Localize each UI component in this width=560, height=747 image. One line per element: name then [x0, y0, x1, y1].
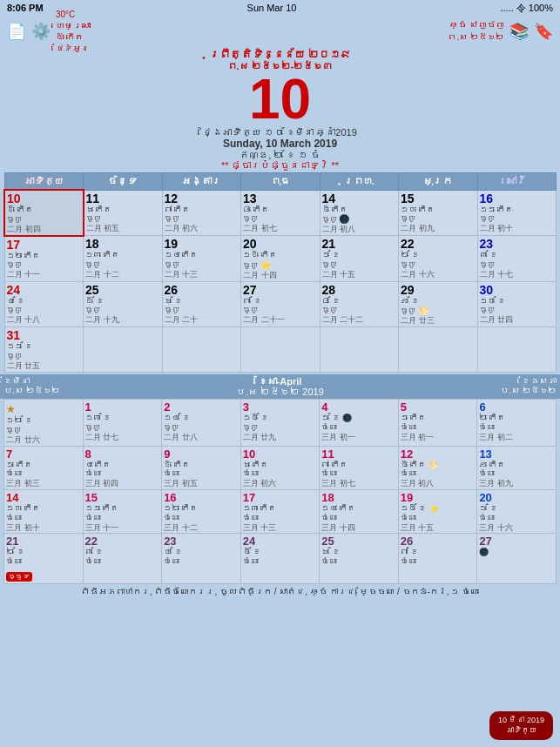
april-khmer1: ៧ ខែ	[401, 548, 476, 557]
calendar-cell[interactable]: 12 ៧ កើត ចូលូ 二月 初六	[162, 190, 241, 236]
settings-icon[interactable]: ⚙️	[31, 22, 51, 41]
april-day-number: 7	[6, 448, 81, 461]
khmer-date-line2: ចូលូ	[85, 260, 160, 270]
calendar-cell[interactable]: 27 ៧ ខែ ចូលូ 二月 二十一	[241, 281, 320, 327]
calendar-cell[interactable]: 23 ៤ ខែ ចំណេះ	[162, 534, 241, 584]
calendar-cell[interactable]: 16 ១២ កើត ចំណេះ 三月 十二	[162, 490, 241, 534]
april-lunar: 三月 初四	[85, 479, 160, 488]
calendar-cell[interactable]: 19 ១៥ ខែ ⭐ ចំណេះ 三月 十五	[398, 490, 477, 534]
april-day-number: 11	[321, 448, 396, 461]
empty-cell	[84, 327, 163, 373]
calendar-cell[interactable]: 20 ១៥ កើត ចូលូ ⭐ 二月 十四	[241, 236, 320, 282]
books-icon[interactable]: 📚	[509, 22, 529, 41]
calendar-cell[interactable]: 7 ១ កើត ចំណេះ 三月 初三	[4, 446, 84, 489]
april-lunar: 三月 初八	[401, 479, 476, 488]
calendar-cell[interactable]: 16 ១១ កើត ចូលូ 二月 初十	[477, 190, 557, 236]
calendar-cell[interactable]: 19 ១៤ កើត ចូលូ 二月 十三	[162, 236, 241, 282]
calendar-cell[interactable]: 24 ៥ ខែ ចំណេះ	[240, 534, 320, 584]
lunar-date: 二月 十八	[7, 315, 82, 325]
calendar-cell[interactable]: 6 ២ កើត ចំណេះ 三月 初二	[477, 400, 557, 446]
khmer-date-line2: ចូលូ	[480, 260, 555, 270]
day-number: 12	[165, 192, 240, 205]
khmer-date-line1: ៧ កើត	[165, 205, 240, 215]
calendar-cell[interactable]: 10 ៥ កើត ចូលូ 二月 初四	[4, 190, 84, 236]
calendar-cell[interactable]: 26 ៧ ខែ ចំណេះ	[398, 534, 477, 584]
april-lunar: 三月 初五	[164, 479, 239, 488]
april-day-number: 23	[164, 535, 239, 548]
day-number: 27	[243, 283, 318, 297]
calendar-cell[interactable]: 15 ១០ កើត ចូលូ 二月 初九	[399, 190, 478, 236]
calendar-cell[interactable]: 29 ៩ ខែ ចូលូ 🌕 二月 廿三	[399, 281, 478, 327]
calendar-cell[interactable]: 4 ១ ខែ 🌑 ចំណេះ 三月 初一	[320, 400, 399, 446]
calendar-cell[interactable]: 8 ៤ កើត ចំណេះ 三月 初四	[83, 446, 162, 489]
calendar-cell[interactable]: 25 ៦ ខែ ចំណេះ	[320, 534, 399, 584]
april-khmer1: ៦ ខែ	[321, 548, 396, 557]
khmer-date-line2: ចូលូ	[401, 260, 476, 270]
calendar-cell[interactable]: 14 ១០ កើត ចំណេះ 三月 初十	[4, 490, 84, 534]
lunar-date: 二月 十一	[7, 270, 82, 279]
calendar-cell[interactable]: 17 ១៣ កើត ចំណេះ 三月 十三	[240, 490, 320, 534]
calendar-cell[interactable]: 1 ១៣ ខែ ចូលូ 二月 廿七	[83, 400, 162, 446]
empty-cell	[162, 327, 241, 373]
calendar-cell[interactable]: 14 ៥ កើត ចូលូ 🌑 二月 初八	[320, 190, 399, 236]
april-khmer1: ៥ ខែ	[243, 548, 318, 557]
right-text: ឆ្ចំ ស័ញ្ច័ញ ព.ស ២៥៦២	[448, 19, 504, 44]
calendar-cell[interactable]: 2 ១៤ ខែ ចូលូ 二月 廿八	[162, 400, 241, 446]
lunar-date: 二月 十五	[322, 270, 397, 279]
calendar-cell[interactable]: 23 ៣ ខែ ចូលូ 二月 十七	[477, 236, 557, 282]
april-day-number: 1	[85, 400, 160, 414]
day-number: 23	[480, 237, 555, 251]
khmer-date-line1: ៣ ខែ	[480, 251, 555, 260]
calendar-cell[interactable]: 12 ៥ កើត 🌕 ចំណេះ 三月 初八	[398, 446, 477, 489]
calendar-cell[interactable]: 22 ២ ខែ ចូលូ 二月 十六	[399, 236, 478, 282]
footer: ពិធីអភពាហ័ករ, ពិធីចំណែកររ, ចូលពិធីក្រ / …	[0, 584, 560, 599]
calendar-cell[interactable]: 11 ៦ កើត ចូលូ 二月 初五	[84, 190, 163, 236]
april-khmer2: ចំណេះ	[479, 469, 554, 479]
calendar-cell[interactable]: 13 ៩ កើត ចំណេះ 三月 初九	[477, 446, 557, 489]
calendar-cell[interactable]: 9 ៥ កើត ចំណេះ 三月 初五	[162, 446, 241, 489]
calendar-cell[interactable]: 24 ៤ ខែ ចូលូ 二月 十八	[4, 281, 84, 327]
khmer-date-line2: ចូលូ	[7, 215, 81, 225]
day-number: 28	[322, 283, 397, 297]
april-calendar: ★ ១២ ខែ ចូលូ 二月 廿六 1 ១៣ ខែ ចូលូ 二月 廿七 2 …	[0, 399, 560, 584]
calendar-cell[interactable]: 3 ១៥ ខែ ចូលូ 二月 廿九	[240, 400, 320, 446]
khmer-date-line2: ចូលូ ⭐	[243, 260, 318, 271]
calendar-cell[interactable]: 25 ៥ ខែ ចូលូ 二月 十九	[84, 281, 163, 327]
highlight-label: ច្ចូទ	[6, 572, 32, 582]
calendar-cell[interactable]: 22 ៣ ខែ ចំណេះ	[83, 534, 162, 584]
calendar-cell[interactable]: 5 ១ កើត ចំណេះ 三月 初一	[398, 400, 477, 446]
special-text: ** ផ្ចារបំផ្ចួនជាទ្វំ **	[0, 160, 560, 171]
calendar-cell[interactable]: 18 ១៤ កើត ចំណេះ 三月 十四	[320, 490, 399, 534]
april-khmer2: ចំណេះ	[85, 557, 160, 567]
day-number: 22	[401, 237, 476, 251]
april-khmer2: ចំណេះ	[401, 557, 476, 567]
calendar-cell[interactable]: 21 ១ ខែ ចូលូ 二月 十五	[320, 236, 399, 282]
calendar-cell[interactable]: 26 ៦ ខែ ចូលូ 二月 二十	[162, 281, 241, 327]
calendar-cell[interactable]: 17 ១២ កើត ចូលូ 二月 十一	[4, 236, 84, 282]
calendar-cell[interactable]: ★ ១២ ខែ ចូលូ 二月 廿六	[4, 400, 84, 446]
april-khmer2: ចូលូ	[85, 423, 160, 433]
calendar-cell[interactable]: 20 ១ ខែ ចំណេះ 三月 十六	[477, 490, 557, 534]
april-khmer1: 🌑	[479, 548, 554, 557]
april-khmer2: ចំណេះ	[321, 514, 396, 523]
calendar-cell[interactable]: 10 ៦ កើត ចំណេះ 三月 初六	[240, 446, 320, 489]
bookmark-icon[interactable]: 🔖	[534, 22, 553, 41]
april-khmer1: ១២ កើត	[164, 504, 239, 514]
document-icon[interactable]: 📄	[7, 22, 26, 41]
calendar-cell[interactable]: 21 ២ ខែ ចំណេះ ច្ចូទ	[4, 534, 84, 584]
table-row: 31 ១១ ខែ ចូលូ 二月 廿五	[4, 327, 557, 373]
april-day-number: 25	[321, 535, 396, 548]
calendar-cell[interactable]: 27 🌑	[477, 534, 557, 584]
calendar-cell[interactable]: 31 ១១ ខែ ចូលូ 二月 廿五	[4, 327, 84, 373]
calendar-cell[interactable]: 13 ៨ កើត ចូលូ 二月 初七	[241, 190, 320, 236]
khmer-date-line1: ១ ខែ	[322, 251, 397, 260]
khmer-date-line2: ចូលូ 🌕	[401, 306, 476, 316]
calendar-cell[interactable]: 11 ៧ កើត ចំណេះ 三月 初七	[320, 446, 399, 489]
calendar-cell[interactable]: 18 ១៣ កើត ចូលូ 二月 十二	[84, 236, 163, 282]
day-number: 25	[85, 283, 160, 297]
calendar-cell[interactable]: 30 ១០ ខែ ចូលូ 二月 廿四	[477, 281, 557, 327]
calendar-cell[interactable]: 28 ៨ ខែ ចូលូ 二月 二十二	[320, 281, 399, 327]
calendar-cell[interactable]: 15 ១១ កើត ចំណេះ 三月 十一	[83, 490, 162, 534]
april-day-number: 20	[479, 491, 554, 504]
khmer-date-line2: ចូលូ	[165, 306, 240, 315]
